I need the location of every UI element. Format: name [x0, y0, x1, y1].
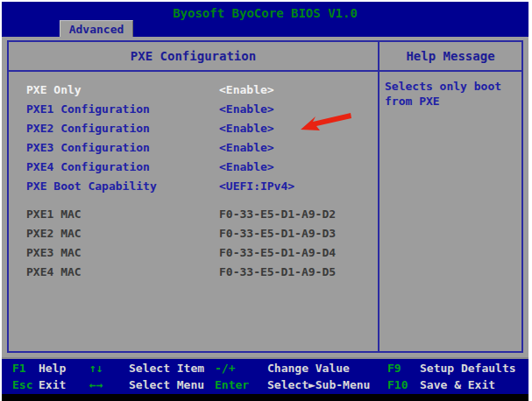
help-message-text: Selects only boot from PXE — [379, 72, 521, 109]
menu-item-value[interactable]: <Enable> — [219, 81, 274, 100]
bios-screenshot: Byosoft ByoCore BIOS V1.0 Advanced PXE C… — [0, 0, 532, 401]
key-f9: F9 — [387, 362, 401, 375]
key-hint-row: F1 Help ↑↓ Select Item -/+ Change Value … — [2, 362, 528, 376]
info-value: F0-33-E5-D1-A9-D4 — [219, 243, 336, 263]
main-area: PXE Configuration PXE Only <Enable> PXE1… — [2, 37, 528, 357]
menu-item-value[interactable]: <Enable> — [219, 119, 274, 138]
key-hint-row: Esc Exit ←→ Select Menu Enter Select►Sub… — [2, 378, 528, 392]
menu-item-label: PXE Only — [26, 81, 82, 100]
menu-item-label: PXE1 Configuration — [26, 100, 150, 119]
mac-address-list: PXE1 MAC F0-33-E5-D1-A9-D2 PXE2 MAC F0-3… — [9, 205, 378, 282]
key-esc-label: Exit — [39, 378, 66, 391]
title-bar: Byosoft ByoCore BIOS V1.0 Advanced — [2, 2, 528, 37]
bios-screen: Byosoft ByoCore BIOS V1.0 Advanced PXE C… — [2, 2, 528, 401]
info-row-pxe3-mac: PXE3 MAC F0-33-E5-D1-A9-D4 — [9, 243, 378, 263]
menu-item-pxe4-configuration[interactable]: PXE4 Configuration <Enable> — [9, 158, 378, 177]
menu-item-value[interactable]: <Enable> — [219, 100, 274, 119]
key-enter-label: Select►Sub-Menu — [267, 378, 370, 391]
key-minus-plus-label: Change Value — [267, 362, 350, 375]
info-row-pxe1-mac: PXE1 MAC F0-33-E5-D1-A9-D2 — [9, 205, 378, 224]
screen-bottom-edge — [2, 394, 528, 401]
help-panel-title: Help Message — [379, 42, 521, 72]
help-panel: Help Message Selects only boot from PXE — [379, 42, 521, 351]
pxe-configuration-panel: PXE Configuration PXE Only <Enable> PXE1… — [9, 42, 379, 351]
info-label: PXE2 MAC — [26, 224, 82, 243]
key-f10-label: Save & Exit — [420, 378, 495, 391]
menu-item-pxe3-configuration[interactable]: PXE3 Configuration <Enable> — [9, 138, 378, 158]
key-enter: Enter — [215, 378, 249, 391]
bios-version-title: Byosoft ByoCore BIOS V1.0 — [2, 6, 528, 20]
menu-item-pxe-only[interactable]: PXE Only <Enable> — [9, 81, 378, 100]
key-leftright-label: Select Menu — [129, 378, 204, 391]
panel-title: PXE Configuration — [9, 42, 378, 72]
info-label: PXE1 MAC — [26, 205, 82, 224]
settings-panel: PXE Configuration PXE Only <Enable> PXE1… — [7, 40, 523, 353]
info-row-pxe2-mac: PXE2 MAC F0-33-E5-D1-A9-D3 — [9, 224, 378, 243]
key-f10: F10 — [387, 378, 408, 391]
info-label: PXE3 MAC — [26, 243, 82, 263]
info-value: F0-33-E5-D1-A9-D2 — [219, 205, 336, 224]
key-esc: Esc — [12, 378, 32, 391]
tab-advanced[interactable]: Advanced — [60, 20, 133, 38]
menu-item-label: PXE3 Configuration — [26, 138, 150, 158]
key-updown-label: Select Item — [129, 362, 204, 375]
info-value: F0-33-E5-D1-A9-D3 — [219, 224, 336, 243]
key-leftright-icon: ←→ — [89, 378, 103, 391]
key-f9-label: Setup Defaults — [420, 362, 516, 375]
info-row-pxe4-mac: PXE4 MAC F0-33-E5-D1-A9-D5 — [9, 263, 378, 282]
menu-item-label: PXE2 Configuration — [26, 119, 150, 138]
info-label: PXE4 MAC — [26, 263, 82, 282]
menu-item-label: PXE Boot Capability — [26, 177, 157, 196]
menu-item-value[interactable]: <Enable> — [219, 138, 274, 158]
menu-item-value[interactable]: <UEFI:IPv4> — [219, 177, 294, 196]
menu-item-value[interactable]: <Enable> — [219, 158, 274, 177]
key-updown-icon: ↑↓ — [89, 362, 103, 375]
menu-item-list: PXE Only <Enable> PXE1 Configuration <En… — [9, 81, 378, 196]
mouse-cursor-red-arrow-icon[interactable] — [300, 112, 352, 133]
key-f1-label: Help — [39, 362, 66, 375]
menu-item-pxe-boot-capability[interactable]: PXE Boot Capability <UEFI:IPv4> — [9, 177, 378, 196]
menu-item-label: PXE4 Configuration — [26, 158, 150, 177]
info-value: F0-33-E5-D1-A9-D5 — [219, 263, 336, 282]
key-f1: F1 — [12, 362, 26, 375]
key-minus-plus: -/+ — [215, 362, 235, 375]
key-hint-bar: F1 Help ↑↓ Select Item -/+ Change Value … — [2, 357, 528, 396]
